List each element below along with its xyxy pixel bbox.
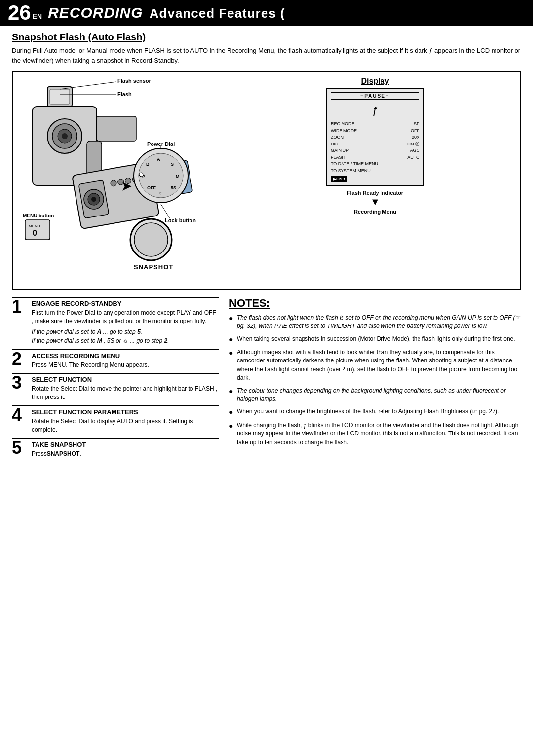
svg-text:B: B bbox=[146, 162, 150, 167]
note-6-text: While charging the flash, ƒ blinks in th… bbox=[237, 421, 521, 447]
note-bullet-5: ● bbox=[229, 407, 236, 417]
note-4-text: The colour tone changes depending on the… bbox=[237, 387, 521, 404]
note-bullet-2: ● bbox=[229, 334, 236, 344]
note-2-text: When taking several snapshots in success… bbox=[237, 335, 515, 343]
diagram-box: Flash sensor Flash bbox=[12, 71, 521, 290]
camcorder-diagram-svg: Flash sensor Flash bbox=[18, 77, 230, 284]
lcd-rec-mode-value: SP bbox=[414, 121, 419, 128]
note-bullet-6: ● bbox=[229, 421, 236, 431]
arrow-down-icon: ▼ bbox=[235, 197, 515, 207]
svg-text:5S: 5S bbox=[171, 185, 176, 190]
step-1-italic-1: If the power dial is set to A ... go to … bbox=[32, 327, 219, 345]
svg-text:Flash sensor: Flash sensor bbox=[117, 78, 152, 84]
note-bullet-3: ● bbox=[229, 348, 236, 358]
intro-text: During Full Auto mode, or Manual mode wh… bbox=[12, 46, 521, 65]
lcd-menu-row: ZOOM 20X bbox=[331, 134, 419, 141]
step-3-heading: SELECT FUNCTION bbox=[32, 376, 219, 383]
lcd-flash-symbol: ƒ bbox=[331, 104, 419, 117]
lcd-menu-row: REC MODE SP bbox=[331, 121, 419, 128]
svg-text:OFF: OFF bbox=[147, 185, 156, 190]
diagram-inner: Flash sensor Flash bbox=[18, 77, 515, 284]
display-label: Display bbox=[235, 77, 515, 86]
page-title: RECORDING Advanced Features ( bbox=[48, 4, 285, 21]
lcd-end-bar: ▶END bbox=[331, 176, 347, 182]
step-5-number: 5 bbox=[12, 439, 30, 457]
camcorder-area: Flash sensor Flash bbox=[18, 77, 230, 284]
recording-menu-label: Recording Menu bbox=[235, 209, 515, 215]
svg-point-4 bbox=[62, 133, 68, 139]
step-3-content: SELECT FUNCTION Rotate the Select Dial t… bbox=[32, 376, 219, 401]
lcd-menu-row: GAIN UP AGC bbox=[331, 147, 419, 154]
lcd-wide-mode-value: OFF bbox=[411, 128, 419, 135]
note-3-text: Although images shot with a flash tend t… bbox=[237, 348, 521, 383]
lcd-menu-items: REC MODE SP WIDE MODE OFF ZOOM 20X DIS bbox=[331, 121, 419, 174]
note-4: ● The colour tone changes depending on t… bbox=[229, 387, 521, 404]
step-1-number: 1 bbox=[12, 298, 30, 316]
svg-text:SNAPSHOT: SNAPSHOT bbox=[134, 263, 173, 271]
lcd-flash-label: FLASH bbox=[331, 154, 345, 161]
lcd-menu-row: WIDE MODE OFF bbox=[331, 128, 419, 135]
step-3-text: Rotate the Select Dial to move the point… bbox=[32, 385, 219, 401]
lcd-date-menu: TO DATE / TIME MENU bbox=[331, 161, 419, 168]
note-5: ● When you want to change the brightness… bbox=[229, 407, 521, 417]
lcd-wide-mode-label: WIDE MODE bbox=[331, 128, 357, 135]
lcd-zoom-value: 20X bbox=[412, 134, 419, 141]
svg-text:☼: ☼ bbox=[158, 190, 162, 195]
note-6: ● While charging the flash, ƒ blinks in … bbox=[229, 421, 521, 447]
step-2-number: 2 bbox=[12, 350, 30, 368]
lcd-system-menu: TO SYSTEM MENU bbox=[331, 168, 419, 175]
note-3: ● Although images shot with a flash tend… bbox=[229, 348, 521, 383]
display-panel-area: Display ≡PAUSE≡ ƒ REC MODE SP WIDE MODE … bbox=[230, 77, 515, 215]
lcd-pause: ≡PAUSE≡ bbox=[331, 92, 419, 100]
svg-rect-43 bbox=[25, 220, 50, 240]
lcd-dis-value: ON ⓓ bbox=[407, 141, 419, 148]
lcd-gain-up-label: GAIN UP bbox=[331, 147, 349, 154]
title-rest: Advanced Features ( bbox=[150, 6, 285, 21]
note-2: ● When taking several snapshots in succe… bbox=[229, 335, 521, 344]
lcd-menu-row: DIS ON ⓓ bbox=[331, 141, 419, 148]
lcd-menu-row: FLASH AUTO bbox=[331, 154, 419, 161]
svg-text:M: M bbox=[176, 174, 180, 179]
step-2-text: Press MENU. The Recording Menu appears. bbox=[32, 361, 219, 369]
note-5-text: When you want to change the brightness o… bbox=[237, 407, 499, 416]
svg-point-39 bbox=[134, 223, 168, 256]
step-4-number: 4 bbox=[12, 406, 30, 424]
step-4-text: Rotate the Select Dial to display AUTO a… bbox=[32, 417, 219, 434]
step-2: 2 ACCESS RECORDING MENU Press MENU. The … bbox=[12, 349, 219, 369]
step-4-heading: SELECT FUNCTION PARAMETERS bbox=[32, 408, 219, 416]
flash-ready-label: Flash Ready Indicator bbox=[235, 190, 515, 196]
lcd-gain-up-value: AGC bbox=[410, 147, 419, 154]
page-number-box: 26 EN bbox=[8, 2, 42, 23]
steps-and-notes: 1 ENGAGE RECORD-STANDBY First turn the P… bbox=[12, 297, 521, 462]
svg-text:S: S bbox=[171, 162, 174, 167]
notes-column: NOTES: ● The flash does not light when t… bbox=[229, 297, 521, 462]
section-title: Snapshot Flash (Auto Flash) bbox=[12, 32, 521, 43]
note-1-text: The flash does not light when the flash … bbox=[237, 314, 521, 331]
page-header: 26 EN RECORDING Advanced Features ( bbox=[0, 0, 533, 26]
steps-column: 1 ENGAGE RECORD-STANDBY First turn the P… bbox=[12, 297, 219, 462]
svg-rect-11 bbox=[97, 116, 136, 141]
svg-text:Flash: Flash bbox=[117, 91, 132, 97]
step-2-heading: ACCESS RECORDING MENU bbox=[32, 352, 219, 360]
step-5-heading: TAKE SNAPSHOT bbox=[32, 441, 219, 448]
svg-text:A: A bbox=[157, 157, 160, 162]
step-2-content: ACCESS RECORDING MENU Press MENU. The Re… bbox=[32, 352, 219, 369]
lcd-screen: ≡PAUSE≡ ƒ REC MODE SP WIDE MODE OFF ZOOM bbox=[326, 88, 424, 186]
step-3-number: 3 bbox=[12, 374, 30, 392]
lcd-dis-label: DIS bbox=[331, 141, 338, 148]
page-number: 26 bbox=[8, 2, 31, 23]
step-5-text: PressSNAPSHOT. bbox=[32, 450, 219, 458]
note-bullet-1: ● bbox=[229, 313, 236, 323]
recording-label: RECORDING bbox=[48, 4, 143, 21]
note-1: ● The flash does not light when the flas… bbox=[229, 314, 521, 331]
step-4-content: SELECT FUNCTION PARAMETERS Rotate the Se… bbox=[32, 408, 219, 434]
step-1-text: First turn the Power Dial to any operati… bbox=[32, 309, 219, 325]
step-1-heading: ENGAGE RECORD-STANDBY bbox=[32, 300, 219, 307]
step-1: 1 ENGAGE RECORD-STANDBY First turn the P… bbox=[12, 297, 219, 345]
step-5-content: TAKE SNAPSHOT PressSNAPSHOT. bbox=[32, 441, 219, 458]
svg-text:MENU button: MENU button bbox=[23, 213, 54, 218]
svg-rect-6 bbox=[50, 89, 70, 104]
step-3: 3 SELECT FUNCTION Rotate the Select Dial… bbox=[12, 373, 219, 401]
step-5: 5 TAKE SNAPSHOT PressSNAPSHOT. bbox=[12, 438, 219, 458]
note-bullet-4: ● bbox=[229, 386, 236, 396]
